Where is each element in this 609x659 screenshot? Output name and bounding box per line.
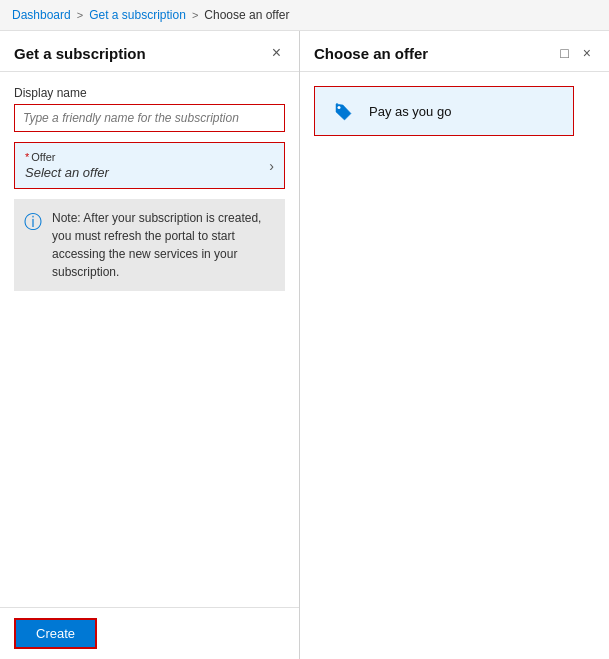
offer-card-name: Pay as you go — [369, 104, 451, 119]
offer-required-mark: * — [25, 151, 29, 163]
breadcrumb-sep-2: > — [192, 9, 198, 21]
right-panel-title: Choose an offer — [314, 45, 428, 62]
right-panel-body: Pay as you go — [300, 72, 609, 659]
breadcrumb-sep-1: > — [77, 9, 83, 21]
right-panel: Choose an offer □ × Pay as you go — [300, 31, 609, 659]
display-name-label: Display name — [14, 86, 285, 100]
breadcrumb-current: Choose an offer — [204, 8, 289, 22]
info-text: Note: After your subscription is created… — [52, 209, 275, 281]
right-panel-controls: □ × — [556, 43, 595, 63]
offer-value: Select an offer — [25, 165, 109, 180]
breadcrumb: Dashboard > Get a subscription > Choose … — [0, 0, 609, 31]
offer-label: *Offer — [25, 151, 109, 163]
offer-tag-icon — [329, 97, 357, 125]
breadcrumb-dashboard[interactable]: Dashboard — [12, 8, 71, 22]
left-panel-header: Get a subscription × — [0, 31, 299, 72]
chevron-right-icon: › — [269, 158, 274, 174]
left-panel-footer: Create — [0, 607, 299, 659]
create-button[interactable]: Create — [14, 618, 97, 649]
main-layout: Get a subscription × Display name *Offer… — [0, 31, 609, 659]
right-panel-close-button[interactable]: × — [579, 43, 595, 63]
offer-label-group: *Offer Select an offer — [25, 151, 109, 180]
left-panel: Get a subscription × Display name *Offer… — [0, 31, 300, 659]
offer-card-pay-as-you-go[interactable]: Pay as you go — [314, 86, 574, 136]
right-panel-header: Choose an offer □ × — [300, 31, 609, 72]
svg-point-1 — [338, 106, 341, 109]
display-name-input[interactable] — [14, 104, 285, 132]
left-panel-title: Get a subscription — [14, 45, 146, 62]
left-panel-close-button[interactable]: × — [268, 43, 285, 63]
breadcrumb-get-subscription[interactable]: Get a subscription — [89, 8, 186, 22]
info-box: ⓘ Note: After your subscription is creat… — [14, 199, 285, 291]
left-panel-body: Display name *Offer Select an offer › ⓘ … — [0, 72, 299, 607]
info-icon: ⓘ — [24, 210, 42, 281]
offer-selector[interactable]: *Offer Select an offer › — [14, 142, 285, 189]
right-panel-minimize-button[interactable]: □ — [556, 43, 572, 63]
display-name-field-group: Display name — [14, 86, 285, 132]
